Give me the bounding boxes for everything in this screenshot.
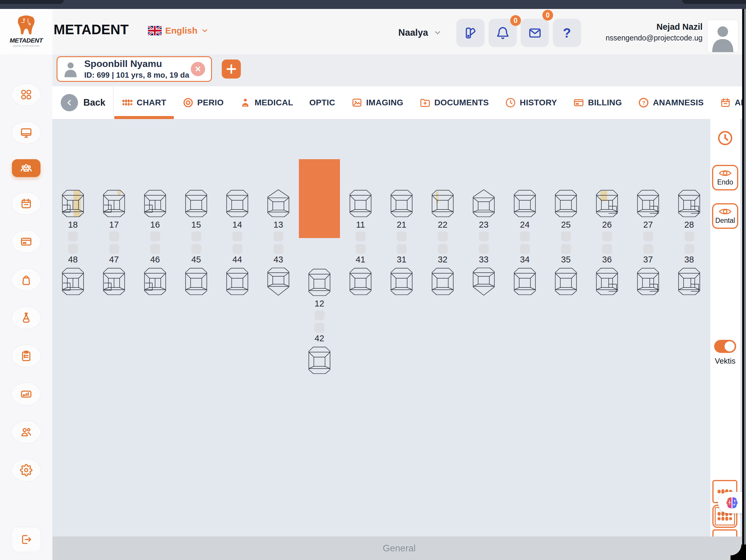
tab-documents[interactable]: DOCUMENTS bbox=[411, 86, 497, 119]
close-icon[interactable]: ✕ bbox=[191, 62, 205, 76]
surface-checkbox-27[interactable] bbox=[643, 232, 653, 241]
surface-checkbox-17[interactable] bbox=[109, 232, 119, 241]
tab-imaging[interactable]: IMAGING bbox=[343, 86, 411, 119]
surface-checkbox-44[interactable] bbox=[232, 244, 242, 254]
tab-billing[interactable]: BILLING bbox=[565, 86, 630, 119]
surface-checkbox-21[interactable] bbox=[397, 232, 407, 241]
surface-checkbox-31[interactable] bbox=[397, 244, 407, 254]
tooth-42[interactable] bbox=[306, 345, 334, 376]
tooth-33[interactable] bbox=[470, 266, 498, 297]
tooth-23[interactable] bbox=[470, 188, 498, 219]
tooth-36[interactable] bbox=[593, 266, 621, 297]
tab-history[interactable]: HISTORY bbox=[497, 86, 565, 119]
tooth-13[interactable] bbox=[264, 188, 292, 219]
surface-checkbox-13[interactable] bbox=[274, 232, 283, 241]
tooth-31[interactable] bbox=[388, 266, 415, 297]
tooth-43[interactable] bbox=[264, 266, 292, 297]
tooth-15[interactable] bbox=[182, 188, 210, 219]
tooth-16[interactable] bbox=[141, 188, 169, 219]
surface-checkbox-36[interactable] bbox=[602, 244, 612, 254]
tooth-21[interactable] bbox=[388, 188, 415, 219]
surface-checkbox-41[interactable] bbox=[356, 244, 366, 254]
back-button[interactable]: Back bbox=[61, 94, 105, 111]
surface-checkbox-24[interactable] bbox=[520, 232, 530, 241]
surface-checkbox-16[interactable] bbox=[150, 232, 160, 241]
language-selector[interactable]: English bbox=[148, 26, 209, 36]
surface-checkbox-43[interactable] bbox=[274, 244, 283, 254]
tooth-17[interactable] bbox=[100, 188, 128, 219]
surface-checkbox-28[interactable] bbox=[684, 232, 694, 241]
surface-checkbox-25[interactable] bbox=[561, 232, 571, 241]
tab-chart[interactable]: CHART bbox=[114, 86, 174, 119]
sidebar-logout-button[interactable] bbox=[11, 527, 41, 552]
sidebar-item-patients[interactable] bbox=[12, 159, 40, 177]
surface-checkbox-14[interactable] bbox=[232, 232, 242, 241]
patient-card[interactable]: Spoonbill Nyamu ID: 699 | 101 yrs, 8 mo,… bbox=[57, 56, 212, 82]
user-avatar[interactable] bbox=[707, 20, 738, 52]
surface-checkbox-45[interactable] bbox=[192, 244, 201, 254]
sidebar-item-front-desk[interactable] bbox=[11, 121, 41, 144]
tab-anamnesis[interactable]: ?ANAMNESIS bbox=[630, 86, 712, 119]
surface-checkbox-26[interactable] bbox=[602, 232, 612, 241]
surface-checkbox-15[interactable] bbox=[192, 232, 201, 241]
general-panel-header[interactable]: General bbox=[52, 536, 746, 560]
sidebar-item-apps[interactable] bbox=[11, 83, 41, 106]
surface-checkbox-42[interactable] bbox=[315, 323, 324, 333]
dental-view-button[interactable]: Dental bbox=[712, 203, 738, 229]
sidebar-item-staff[interactable] bbox=[11, 420, 41, 444]
surface-checkbox-34[interactable] bbox=[520, 244, 530, 254]
tooth-24[interactable] bbox=[511, 188, 539, 219]
sidebar-item-lab[interactable] bbox=[11, 306, 41, 329]
surface-checkbox-46[interactable] bbox=[150, 244, 160, 254]
sidebar-item-settings[interactable] bbox=[11, 459, 41, 482]
tooth-25[interactable] bbox=[552, 188, 580, 219]
tooth-34[interactable] bbox=[511, 266, 539, 297]
surface-checkbox-23[interactable] bbox=[479, 232, 489, 241]
tab-medical[interactable]: MEDICAL bbox=[232, 86, 301, 119]
notifications-button[interactable]: 0 bbox=[488, 19, 517, 47]
surface-checkbox-11[interactable] bbox=[356, 232, 366, 241]
surface-checkbox-33[interactable] bbox=[479, 244, 489, 254]
tooth-14[interactable] bbox=[223, 188, 251, 219]
tooth-22[interactable] bbox=[429, 188, 457, 219]
tooth-32[interactable] bbox=[429, 266, 457, 297]
vektis-toggle[interactable] bbox=[714, 340, 736, 353]
tooth-46[interactable] bbox=[141, 266, 169, 297]
surface-checkbox-38[interactable] bbox=[684, 244, 694, 254]
surface-checkbox-22[interactable] bbox=[438, 232, 448, 241]
clock-icon[interactable] bbox=[717, 130, 734, 146]
sidebar-item-billing[interactable] bbox=[11, 230, 41, 253]
tooth-47[interactable] bbox=[100, 266, 128, 297]
tab-app[interactable]: APP bbox=[712, 86, 746, 119]
tab-optic[interactable]: OPTIC bbox=[301, 86, 343, 119]
tooth-11[interactable] bbox=[346, 188, 374, 219]
tooth-27[interactable] bbox=[634, 188, 662, 219]
help-button[interactable]: ? bbox=[553, 19, 581, 47]
location-selector[interactable]: Naalya bbox=[398, 27, 442, 38]
tooth-12[interactable] bbox=[306, 267, 334, 298]
tooth-44[interactable] bbox=[223, 266, 251, 297]
tooth-38[interactable] bbox=[675, 266, 703, 297]
surface-checkbox-32[interactable] bbox=[438, 244, 448, 254]
add-patient-button[interactable] bbox=[222, 60, 241, 79]
sidebar-item-shop[interactable] bbox=[11, 268, 41, 291]
surface-checkbox-47[interactable] bbox=[109, 244, 119, 254]
surface-checkbox-35[interactable] bbox=[561, 244, 571, 254]
sidebar-item-calendar[interactable] bbox=[11, 192, 41, 215]
ai-assistant-button[interactable] bbox=[718, 492, 746, 513]
swatches-button[interactable] bbox=[456, 19, 485, 47]
tooth-26[interactable] bbox=[593, 188, 621, 219]
tooth-48[interactable] bbox=[59, 266, 87, 297]
endo-view-button[interactable]: Endo bbox=[712, 165, 738, 190]
tooth-35[interactable] bbox=[552, 266, 580, 297]
surface-checkbox-37[interactable] bbox=[643, 244, 653, 254]
tooth-37[interactable] bbox=[634, 266, 662, 297]
tooth-41[interactable] bbox=[346, 266, 374, 297]
tooth-28[interactable] bbox=[675, 188, 703, 219]
tooth-45[interactable] bbox=[182, 266, 210, 297]
sidebar-item-reports[interactable] bbox=[11, 382, 41, 406]
surface-checkbox-48[interactable] bbox=[68, 244, 78, 254]
messages-button[interactable]: 0 bbox=[521, 19, 549, 47]
tooth-18[interactable] bbox=[59, 188, 87, 219]
surface-checkbox-18[interactable] bbox=[68, 232, 78, 241]
